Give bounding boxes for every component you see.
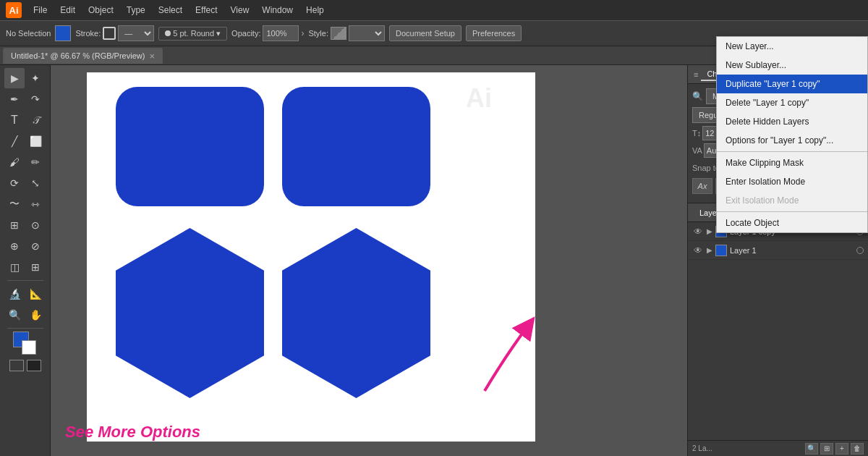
hexagon-2[interactable] — [282, 228, 430, 398]
gradient-tool[interactable]: ◫ — [4, 257, 25, 277]
layer-row-1[interactable]: 👁 ▶ Layer 1 — [688, 241, 868, 260]
ctx-locate-object[interactable]: Locate Object — [717, 214, 867, 232]
paintbrush-tool[interactable]: 🖌 — [4, 152, 25, 172]
tab-close-button[interactable]: × — [149, 51, 155, 62]
tool-row-7: 〜 ⇿ — [4, 194, 46, 214]
direct-select-tool[interactable]: ✦ — [25, 68, 46, 88]
curvature-tool[interactable]: ↷ — [25, 89, 46, 109]
stroke-round-label: 5 pt. Round — [173, 29, 214, 38]
layers-footer: 2 La... 🔍 ⊞ + 🗑 — [688, 440, 868, 456]
right-panel: ≡ Character Paragraph OpenType ≡ × 🔍 Myr… — [687, 65, 868, 456]
ctx-exit-isolation: Exit Isolation Mode — [717, 191, 867, 210]
tool-row-11: 🔬 📐 — [4, 284, 46, 304]
ctx-delete-hidden[interactable]: Delete Hidden Layers — [717, 112, 867, 131]
select-tool[interactable]: ▶ — [4, 68, 25, 88]
font-size-icon: T↕ — [692, 129, 701, 138]
selection-indicator: No Selection — [6, 29, 51, 38]
tool-row-12: 🔍 ✋ — [4, 305, 46, 325]
stroke-box: Stroke: — — [75, 25, 154, 41]
find-layer-button[interactable]: 🔍 — [805, 443, 818, 455]
canvas-area: Ai See More Options — [51, 65, 687, 456]
width-tool[interactable]: ⇿ — [25, 194, 46, 214]
ctx-delete-layer[interactable]: Delete "Layer 1 copy" — [717, 93, 867, 112]
ctx-new-sublayer[interactable]: New Sublayer... — [717, 56, 867, 75]
ctx-divider-2 — [717, 211, 867, 212]
rounded-rect-1[interactable] — [116, 87, 264, 206]
opacity-group: Opacity: › — [231, 25, 304, 41]
layer-visibility-icon[interactable]: 👁 — [692, 227, 704, 237]
pencil-tool[interactable]: ✏ — [25, 152, 46, 172]
type-style-ax1[interactable]: Ax — [692, 178, 712, 194]
layers-count: 2 La... — [692, 444, 712, 452]
document-setup-button[interactable]: Document Setup — [389, 25, 461, 41]
tool-row-6: ⟳ ⤡ — [4, 173, 46, 193]
quick-mask-icon[interactable] — [27, 360, 41, 371]
text-tool[interactable]: T — [4, 110, 25, 130]
live-paint-tool[interactable]: ⊘ — [25, 236, 46, 256]
tool-row-2: ✒ ↷ — [4, 89, 46, 109]
menu-window[interactable]: Window — [256, 4, 299, 17]
ctx-duplicate-layer[interactable]: Duplicate "Layer 1 copy" — [717, 75, 867, 93]
document-tab[interactable]: Untitled-1* @ 66.67 % (RGB/Preview) × — [3, 48, 163, 64]
fill-swatch[interactable] — [55, 25, 71, 41]
delete-layer-button[interactable]: 🗑 — [851, 443, 864, 455]
menu-view[interactable]: View — [225, 4, 255, 17]
selection-label: No Selection — [6, 29, 51, 38]
menu-file[interactable]: File — [27, 4, 53, 17]
menu-object[interactable]: Object — [82, 4, 119, 17]
kerning-icon: VA — [692, 146, 702, 155]
line-tool[interactable]: ╱ — [4, 131, 25, 151]
layer-expand-arrow-2[interactable]: ▶ — [707, 246, 712, 254]
tool-divider-2 — [7, 328, 43, 329]
mesh-tool[interactable]: ⊞ — [25, 257, 46, 277]
tool-row-8: ⊞ ⊙ — [4, 215, 46, 235]
menu-select[interactable]: Select — [153, 4, 188, 17]
touch-type-tool[interactable]: 𝒯 — [25, 110, 46, 130]
shape-builder-tool[interactable]: ⊕ — [4, 236, 25, 256]
ctx-make-clipping[interactable]: Make Clipping Mask — [717, 153, 867, 172]
layer-name-2: Layer 1 — [730, 246, 854, 255]
tool-row-5: 🖌 ✏ — [4, 152, 46, 172]
ctx-enter-isolation[interactable]: Enter Isolation Mode — [717, 172, 867, 191]
opacity-label: Opacity: — [231, 29, 260, 38]
scale-tool[interactable]: ⤡ — [25, 173, 46, 193]
hexagon-1[interactable] — [116, 228, 264, 398]
zoom-tool[interactable]: 🔍 — [4, 305, 25, 325]
rotate-tool[interactable]: ⟳ — [4, 173, 25, 193]
measure-tool[interactable]: 📐 — [25, 284, 46, 304]
background-color[interactable] — [22, 340, 36, 355]
rounded-rect-2[interactable] — [282, 87, 430, 206]
warp-tool[interactable]: 〜 — [4, 194, 25, 214]
dot-icon — [165, 30, 171, 36]
normal-mode-icon[interactable] — [9, 360, 24, 371]
menu-help[interactable]: Help — [300, 4, 330, 17]
free-transform-tool[interactable]: ⊞ — [4, 215, 25, 235]
new-layer-button[interactable]: + — [835, 443, 848, 455]
mode-icons — [9, 360, 41, 371]
artboard: Ai — [87, 72, 535, 442]
ctx-options-layer[interactable]: Options for "Layer 1 copy"... — [717, 131, 867, 150]
hand-tool[interactable]: ✋ — [25, 305, 46, 325]
eyedropper-tool[interactable]: 🔬 — [4, 284, 25, 304]
stroke-options-btn[interactable]: 5 pt. Round ▾ — [158, 27, 227, 41]
stroke-select[interactable]: — — [118, 25, 154, 41]
tool-divider-1 — [7, 280, 43, 281]
menu-type[interactable]: Type — [121, 4, 151, 17]
pen-tool[interactable]: ✒ — [4, 89, 25, 109]
style-select[interactable] — [349, 25, 385, 41]
menu-effect[interactable]: Effect — [190, 4, 223, 17]
layer-target-circle-2[interactable] — [856, 247, 864, 254]
layer-expand-arrow[interactable]: ▶ — [707, 227, 712, 235]
make-sublayer-button[interactable]: ⊞ — [820, 443, 833, 455]
tool-row-10: ◫ ⊞ — [4, 257, 46, 277]
rect-tool[interactable]: ⬜ — [25, 131, 46, 151]
preferences-button[interactable]: Preferences — [466, 25, 522, 41]
puppet-warp-tool[interactable]: ⊙ — [25, 215, 46, 235]
tools-panel: ▶ ✦ ✒ ↷ T 𝒯 ╱ ⬜ 🖌 ✏ ⟳ ⤡ 〜 ⇿ ⊞ ⊙ — [0, 65, 51, 456]
tool-row-4: ╱ ⬜ — [4, 131, 46, 151]
menu-edit[interactable]: Edit — [54, 4, 81, 17]
ctx-new-layer[interactable]: New Layer... — [717, 37, 867, 56]
opacity-input[interactable] — [263, 25, 299, 41]
app-logo: Ai — [6, 2, 22, 18]
layer-visibility-icon-2[interactable]: 👁 — [692, 245, 704, 256]
